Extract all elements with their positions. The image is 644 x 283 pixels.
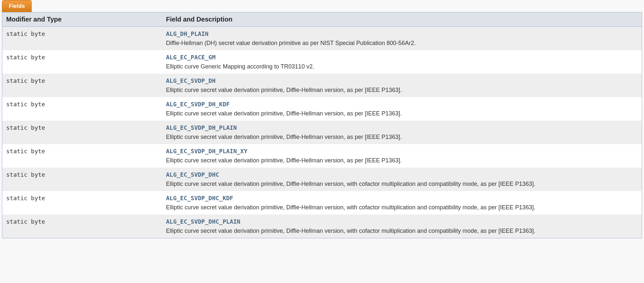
field-description: Elliptic curve Generic Mapping according… — [166, 62, 638, 71]
field-cell: ALG_EC_SVDP_DH_PLAINElliptic curve secre… — [162, 121, 642, 144]
field-description: Elliptic curve secret value derivation p… — [166, 180, 638, 188]
field-cell: ALG_EC_SVDP_DHCElliptic curve secret val… — [162, 168, 642, 191]
field-type: static byte — [2, 27, 162, 51]
field-type: static byte — [2, 50, 162, 74]
fields-tab[interactable]: Fields — [2, 0, 32, 12]
header-description: Field and Description — [162, 12, 642, 27]
field-type: static byte — [2, 121, 162, 144]
field-type: static byte — [2, 144, 162, 168]
field-description: Elliptic curve secret value derivation p… — [166, 227, 638, 235]
field-name-link[interactable]: ALG_EC_SVDP_DHC_KDF — [166, 194, 638, 202]
field-cell: ALG_EC_SVDP_DHC_KDFElliptic curve secret… — [162, 191, 642, 215]
table-row: static byteALG_EC_SVDP_DHC_KDFElliptic c… — [2, 191, 642, 215]
table-row: static byteALG_EC_SVDP_DHC_PLAINElliptic… — [2, 215, 642, 238]
table-row: static byteALG_EC_SVDP_DHElliptic curve … — [2, 74, 642, 97]
field-cell: ALG_EC_SVDP_DHC_PLAINElliptic curve secr… — [162, 215, 642, 238]
field-name-link[interactable]: ALG_EC_SVDP_DH_KDF — [166, 100, 638, 109]
field-cell: ALG_EC_SVDP_DHElliptic curve secret valu… — [162, 74, 642, 97]
field-description: Elliptic curve secret value derivation p… — [166, 203, 638, 212]
table-row: static byteALG_EC_SVDP_DH_PLAINElliptic … — [2, 121, 642, 144]
table-row: static byteALG_EC_SVDP_DH_KDFElliptic cu… — [2, 97, 642, 121]
fields-table: Modifier and Type Field and Description … — [2, 12, 642, 238]
field-name-link[interactable]: ALG_EC_SVDP_DHC — [166, 170, 638, 179]
field-name-link[interactable]: ALG_EC_SVDP_DH_PLAIN — [166, 123, 638, 132]
field-name-link[interactable]: ALG_EC_SVDP_DH — [166, 76, 638, 85]
field-cell: ALG_EC_PACE_GMElliptic curve Generic Map… — [162, 50, 642, 74]
table-row: static byteALG_EC_PACE_GMElliptic curve … — [2, 50, 642, 74]
field-name-link[interactable]: ALG_EC_SVDP_DHC_PLAIN — [166, 217, 638, 226]
field-cell: ALG_EC_SVDP_DH_PLAIN_XYElliptic curve se… — [162, 144, 642, 168]
field-name-link[interactable]: ALG_EC_PACE_GM — [166, 53, 638, 62]
field-description: Elliptic curve secret value derivation p… — [166, 86, 638, 95]
field-type: static byte — [2, 215, 162, 238]
table-row: static byteALG_DH_PLAINDiffie-Hellman (D… — [2, 27, 642, 51]
field-cell: ALG_DH_PLAINDiffie-Hellman (DH) secret v… — [162, 27, 642, 51]
field-type: static byte — [2, 97, 162, 121]
table-row: static byteALG_EC_SVDP_DHCElliptic curve… — [2, 168, 642, 191]
field-description: Diffie-Hellman (DH) secret value derivat… — [166, 39, 638, 48]
field-description: Elliptic curve secret value derivation p… — [166, 109, 638, 118]
field-name-link[interactable]: ALG_EC_SVDP_DH_PLAIN_XY — [166, 147, 638, 156]
field-type: static byte — [2, 191, 162, 215]
field-name-link[interactable]: ALG_DH_PLAIN — [166, 29, 638, 38]
field-cell: ALG_EC_SVDP_DH_KDFElliptic curve secret … — [162, 97, 642, 121]
field-description: Elliptic curve secret value derivation p… — [166, 156, 638, 165]
field-description: Elliptic curve secret value derivation p… — [166, 133, 638, 142]
field-type: static byte — [2, 168, 162, 191]
header-modifier: Modifier and Type — [2, 12, 162, 27]
table-row: static byteALG_EC_SVDP_DH_PLAIN_XYEllipt… — [2, 144, 642, 168]
field-type: static byte — [2, 74, 162, 97]
